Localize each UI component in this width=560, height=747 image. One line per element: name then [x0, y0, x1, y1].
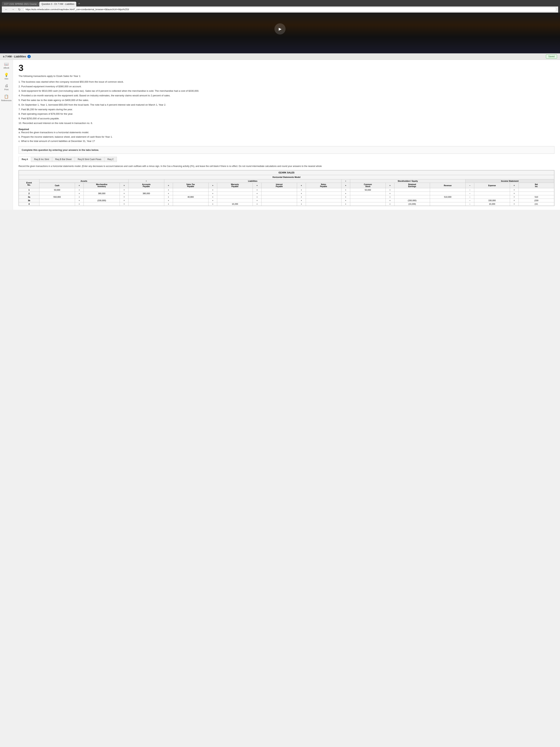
tab-req-c[interactable]: Req C: [104, 157, 117, 162]
cell-1-merch[interactable]: [84, 188, 120, 192]
cell-2-cs[interactable]: [350, 192, 385, 195]
tab-req-b-cash[interactable]: Req B Stmt Cash Flows: [75, 157, 104, 162]
cell-1-np[interactable]: [306, 188, 341, 192]
cell-1-ap[interactable]: [129, 188, 164, 192]
tab-req-a[interactable]: Req A: [19, 157, 31, 162]
cell-1-wp[interactable]: [217, 188, 253, 192]
cell-1-exp[interactable]: [474, 188, 510, 192]
cell-4-ip[interactable]: [262, 202, 297, 206]
tab-question-close[interactable]: ✕: [75, 3, 76, 5]
sidebar-item-references[interactable]: 📋 References: [1, 94, 11, 102]
col-exp: Expense: [474, 183, 510, 188]
transaction-3: 3. Sold equipment for $510,000 cash (not…: [19, 89, 555, 93]
input-2-ip: [274, 192, 285, 195]
cell-2-stp[interactable]: [173, 192, 208, 195]
cell-4-cash[interactable]: [39, 202, 75, 206]
tab-req-b-inc[interactable]: Req B Inc Stmt: [31, 157, 52, 162]
sidebar-item-hint[interactable]: 💡 Hint: [4, 73, 9, 80]
cell-2-ip[interactable]: [262, 192, 297, 195]
reload-button[interactable]: ↻: [17, 7, 22, 12]
sidebar-item-print[interactable]: 🖨 Print: [4, 83, 8, 91]
cell-3a-np[interactable]: [306, 195, 341, 199]
cell-4-plus2: +: [164, 202, 173, 206]
tab-question[interactable]: Question 3 - Ch 7 HW - Liabilities ✕: [39, 2, 76, 6]
col-plus6: +: [341, 183, 350, 188]
cell-3a-merch[interactable]: [84, 195, 120, 199]
input-2-stp: [185, 192, 196, 195]
cell-4-eq2: =: [510, 202, 518, 206]
cell-1-re[interactable]: [395, 188, 430, 192]
cell-1-stp[interactable]: [173, 188, 208, 192]
col-plus5: +: [297, 183, 306, 188]
table-container: OZARK SALES Horizontal Statements Model …: [19, 170, 555, 206]
cell-3a-exp[interactable]: [474, 195, 510, 199]
input-2-exp: [486, 192, 498, 195]
cell-3a-wp[interactable]: [217, 195, 253, 199]
cell-3b-np[interactable]: [306, 199, 341, 202]
cell-4-cs[interactable]: [350, 202, 385, 206]
cell-3a-ip[interactable]: [262, 195, 297, 199]
cell-4-merch[interactable]: [84, 202, 120, 206]
forward-button[interactable]: →: [10, 7, 16, 11]
event-header: EventNo.: [19, 179, 39, 188]
cell-2-net[interactable]: [518, 192, 554, 195]
tab-course[interactable]: CCT 2101 SPRING 2021 Course ✕: [2, 2, 39, 6]
cell-2-cash[interactable]: [39, 192, 75, 195]
cell-1-plus: +: [75, 188, 83, 192]
cell-3b-cash[interactable]: [39, 199, 75, 202]
ozark-table: OZARK SALES Horizontal Statements Model …: [19, 170, 554, 206]
address-input[interactable]: [23, 7, 556, 12]
cell-4-ap[interactable]: [129, 202, 164, 206]
cell-2-np[interactable]: [306, 192, 341, 195]
col-plus1: +: [75, 183, 83, 188]
cell-1-net[interactable]: [518, 188, 554, 192]
tab-course-close[interactable]: ✕: [38, 3, 39, 5]
col-header-row: Cash + MerchandiseInventory = AccountsPa…: [19, 183, 554, 188]
cell-3b-stp[interactable]: [173, 199, 208, 202]
col-eq2: =: [510, 183, 518, 188]
cell-2-re[interactable]: [395, 192, 430, 195]
col-merch: MerchandiseInventory: [84, 183, 120, 188]
cell-2-minus: −: [465, 192, 474, 195]
sidebar-item-ebook[interactable]: 📖 eBook: [3, 62, 9, 69]
cell-3b-wp[interactable]: [217, 199, 253, 202]
cell-3b-ap[interactable]: [129, 199, 164, 202]
info-icon[interactable]: i: [27, 55, 31, 58]
tab-req-b-bal[interactable]: Req B Bal Sheet: [52, 157, 75, 162]
input-3a-wp: [230, 196, 241, 198]
cell-1-rev[interactable]: [430, 188, 465, 192]
print-icon: 🖨: [5, 83, 8, 88]
cell-4-rev[interactable]: [430, 202, 465, 206]
cell-1-cash: 50,000: [39, 188, 75, 192]
video-area: ▶: [0, 12, 560, 53]
cell-3b-rev[interactable]: [430, 199, 465, 202]
input-1-net: [531, 189, 542, 191]
event-2: 2: [19, 192, 39, 195]
input-1-ap: [141, 189, 152, 191]
cell-3b-re: (330,000): [395, 199, 430, 202]
new-tab-button[interactable]: +: [77, 1, 82, 6]
eq1: =: [129, 179, 164, 183]
cell-3b-ip[interactable]: [262, 199, 297, 202]
cell-4-np[interactable]: [306, 202, 341, 206]
input-1-stp: [185, 189, 196, 191]
back-button[interactable]: ←: [4, 7, 9, 11]
cell-2-plus7: +: [385, 192, 394, 195]
cell-3b-cs[interactable]: [350, 199, 385, 202]
model-label: Horizontal Statements Model: [19, 175, 554, 179]
cell-2-wp[interactable]: [217, 192, 253, 195]
cell-3b-exp: 330,000: [474, 199, 510, 202]
cell-4-net: (10,: [518, 202, 554, 206]
cell-4-stp[interactable]: [173, 202, 208, 206]
cell-3a-ap[interactable]: [129, 195, 164, 199]
cell-2-exp[interactable]: [474, 192, 510, 195]
cell-3a-re[interactable]: [395, 195, 430, 199]
input-2-wp: [230, 192, 241, 195]
table-title-row: OZARK SALES: [19, 171, 554, 175]
input-3b-cs: [362, 199, 373, 202]
input-4-cs: [362, 203, 373, 205]
cell-1-ip[interactable]: [262, 188, 297, 192]
cell-3a-minus: −: [465, 195, 474, 199]
requirement-a: a. Record the given transactions in a ho…: [19, 131, 555, 134]
cell-2-rev[interactable]: [430, 192, 465, 195]
